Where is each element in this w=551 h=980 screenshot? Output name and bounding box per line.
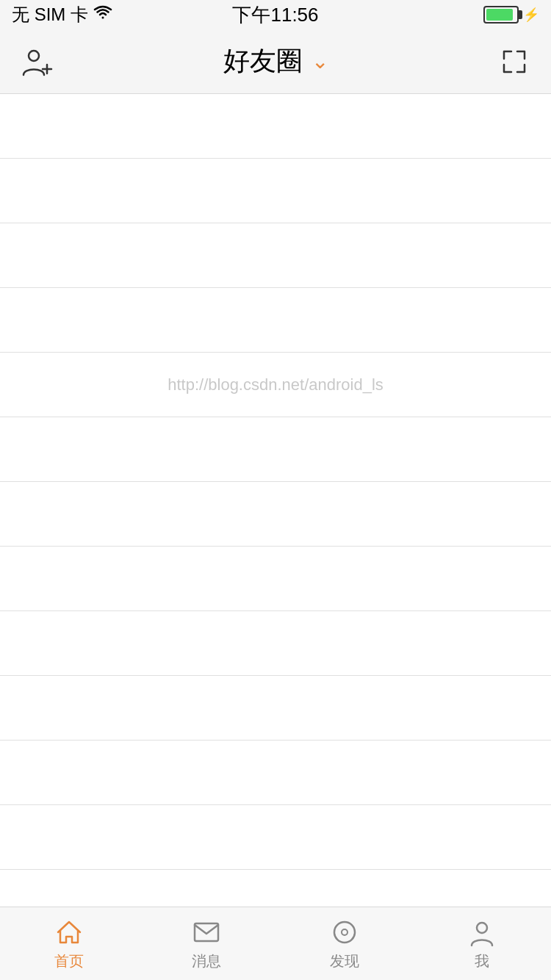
fullscreen-icon xyxy=(498,46,530,78)
svg-rect-3 xyxy=(195,923,218,941)
battery-indicator xyxy=(483,6,519,24)
tab-discover[interactable]: 发现 xyxy=(276,916,414,971)
nav-title: 好友圈 xyxy=(223,43,303,79)
tab-message-label: 消息 xyxy=(192,951,221,971)
tab-message[interactable]: 消息 xyxy=(138,916,276,971)
svg-point-4 xyxy=(334,922,355,943)
content-row-6 xyxy=(0,417,551,482)
tab-me[interactable]: 我 xyxy=(414,916,552,971)
svg-point-0 xyxy=(29,51,39,61)
add-friend-icon xyxy=(21,46,53,78)
content-row-8 xyxy=(0,547,551,611)
nav-title-area: 好友圈 ⌄ xyxy=(223,43,328,79)
content-row-2 xyxy=(0,159,551,223)
watermark-text: http://blog.csdn.net/android_ls xyxy=(168,375,383,394)
message-icon xyxy=(190,916,223,948)
me-icon xyxy=(466,916,498,948)
content-row-12 xyxy=(0,805,551,870)
wifi-icon xyxy=(93,4,113,25)
status-right: ⚡ xyxy=(483,6,539,24)
tab-home[interactable]: 首页 xyxy=(0,916,138,971)
chevron-down-icon[interactable]: ⌄ xyxy=(311,49,328,73)
content-row-7 xyxy=(0,482,551,547)
status-left: 无 SIM 卡 xyxy=(12,3,113,26)
content-row-9 xyxy=(0,611,551,676)
add-friend-button[interactable] xyxy=(15,40,59,84)
carrier-text: 无 SIM 卡 xyxy=(12,3,88,26)
content-row-3 xyxy=(0,223,551,288)
content-row-11 xyxy=(0,741,551,805)
battery-fill xyxy=(486,9,513,21)
charging-icon: ⚡ xyxy=(523,7,539,23)
tab-discover-label: 发现 xyxy=(330,951,359,971)
tab-bar: 首页 消息 发现 我 xyxy=(0,907,551,980)
content-row-5: http://blog.csdn.net/android_ls xyxy=(0,353,551,417)
svg-point-5 xyxy=(342,929,347,935)
discover-icon xyxy=(328,916,361,948)
battery-icon xyxy=(483,6,519,24)
content-row-10 xyxy=(0,676,551,741)
home-icon xyxy=(53,916,85,948)
nav-bar: 好友圈 ⌄ xyxy=(0,29,551,94)
fullscreen-button[interactable] xyxy=(492,40,536,84)
tab-home-label: 首页 xyxy=(54,951,84,971)
status-time: 下午11:56 xyxy=(232,2,318,28)
svg-point-6 xyxy=(477,923,487,933)
content-area: http://blog.csdn.net/android_ls xyxy=(0,94,551,907)
content-row-4 xyxy=(0,288,551,353)
tab-me-label: 我 xyxy=(475,951,489,971)
status-bar: 无 SIM 卡 下午11:56 ⚡ xyxy=(0,0,551,29)
content-row-1 xyxy=(0,94,551,159)
